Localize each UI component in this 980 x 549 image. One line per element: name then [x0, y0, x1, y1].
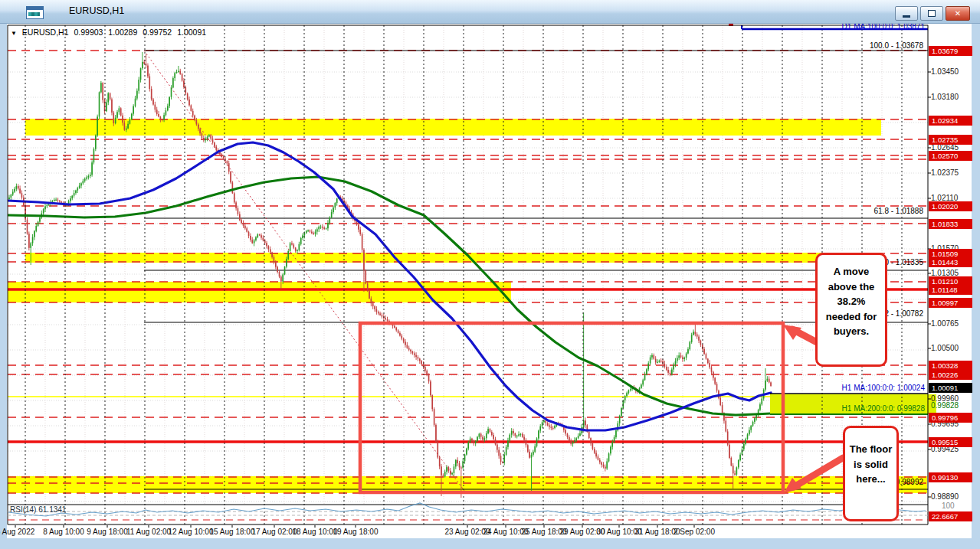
restore-button[interactable] [920, 6, 943, 21]
minimize-icon [903, 15, 910, 18]
minimize-button[interactable] [895, 6, 918, 21]
chart-icon [26, 6, 44, 19]
highlight-band[interactable] [8, 282, 511, 302]
application-window: EURUSD,H1 ✕ ▼ EURUSD,H1 0.99903 1.00289 … [0, 0, 980, 549]
window-title: EURUSD,H1 [69, 5, 124, 16]
rsi-line [8, 503, 926, 516]
highlight-band[interactable] [770, 394, 936, 414]
annotation-floor-note[interactable]: The floor is solid here... [843, 426, 899, 521]
plot-area[interactable] [8, 25, 928, 505]
close-button[interactable]: ✕ [946, 6, 970, 21]
highlight-band[interactable] [25, 253, 881, 263]
restore-icon [928, 10, 936, 17]
highlight-band[interactable] [25, 119, 881, 136]
title-bar[interactable]: EURUSD,H1 ✕ [0, 0, 980, 24]
annotation-buyers-note[interactable]: A move above the 38.2% needed for buyers… [815, 253, 887, 367]
close-icon: ✕ [955, 10, 961, 18]
